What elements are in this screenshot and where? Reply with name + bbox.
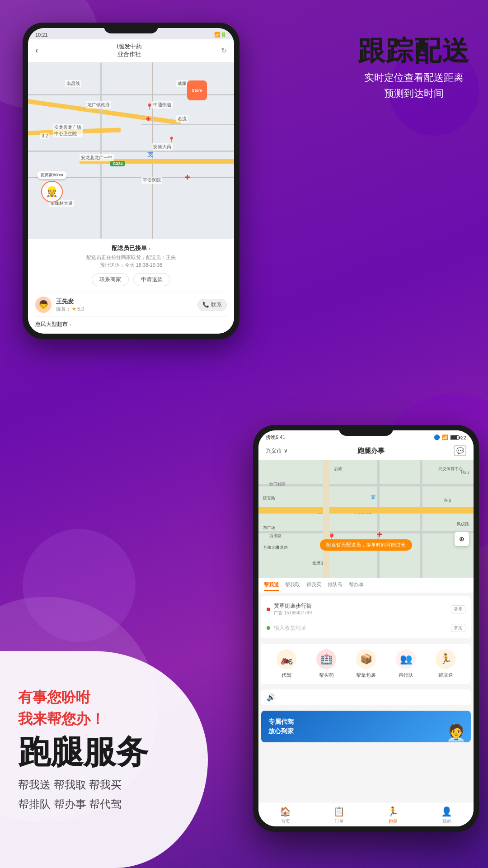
address-to-row[interactable]: 输入收货地址 常用 [267,621,465,635]
top-right-section: 跟踪配送 实时定位查看配送距离 预测到达时间 [358,36,470,101]
sub-title-line2: 预测到达时间 [358,85,470,101]
store-link[interactable]: 惠民大型超市 › [35,321,227,328]
phone2-map: 后湾 兴义体育中心 北门社区 桔山 延安路 北门 兴义大道 兴义 东广场 西湖路… [258,460,474,578]
store-name: 惠民大型超市 [35,321,68,328]
banner-line1: 专属代驾 [268,717,294,726]
tab-bangbansk[interactable]: 帮办事 [349,581,364,591]
location-button[interactable]: ⊕ [455,532,469,546]
p2-label-beimen: 北门社区 [269,481,286,487]
bottom-left-section: 有事您吩咐 我来帮您办！ 跑腿服务 帮我送 帮我取 帮我买 帮排队 帮办事 帮代… [18,686,148,814]
bg-decoration-5 [23,529,136,642]
store-label: Store [190,87,204,94]
store-marker: Store [187,80,207,100]
phone1-map: G324 龙广镇政府 安龙县龙广镇中心卫生院 中通快递 安龙县龙广一中 安康大药… [28,62,234,239]
road-thin-3 [28,151,234,152]
service-queue[interactable]: 👥 帮排队 [396,649,416,679]
contact-button[interactable]: 📞 联系 [197,299,227,311]
person-rating: 服务： ★ 5.0 [56,306,84,312]
service-express-label: 帮取送 [438,672,453,679]
audio-section[interactable]: 🔊 [261,689,471,705]
delivery-distance: 距商家800m [37,171,67,179]
map-pin-purple: 📍 [145,103,153,110]
tab-paihao[interactable]: 排队号 [328,581,343,591]
phone2-header: 兴义市 ∨ 跑腿办事 💬 [258,443,474,460]
phone1-refresh-button[interactable]: ↻ [221,46,227,55]
nav-order-label: 订单 [335,818,344,825]
services-section: 🏍️ 代驾 🏥 帮买药 📦 帮拿包裹 👥 帮排队 🏃 帮取送 [261,644,471,684]
service-label: 服务： [56,306,71,312]
p2-icon-pay: 支 [371,493,376,501]
bluetooth-icon: 🔵 [434,434,440,440]
map-pin-red: 📍 [168,137,175,143]
service-medicine-label: 帮买药 [319,672,334,679]
banner-section[interactable]: 专属代驾 放心到家 🧑‍💼 [261,711,471,742]
phone2-notch [339,430,393,436]
contact-merchant-btn[interactable]: 联系商家 [92,273,129,286]
tab-bangwomai[interactable]: 帮我买 [306,581,321,591]
address-from-row[interactable]: 黄草街道步行街 广告 15186407799 常用 [267,599,465,619]
location-text: 兴义市 [266,447,282,455]
p2-road-v2 [377,460,380,578]
road-badge-g324: G324 [110,161,125,166]
map-label-govt: 龙广镇政府 [86,101,111,108]
map-bg-color [258,460,474,578]
star-icon: ★ [72,306,76,312]
delivery-person-info: 👦 王先发 服务： ★ 5.0 [35,297,84,313]
address-from-info: 黄草街道步行街 广告 15186407799 [274,602,447,616]
tab-bangwosong[interactable]: 帮我送 [264,581,279,591]
errand-icon: 🏃 [387,806,399,817]
nav-mine[interactable]: 👤 我的 [441,806,452,825]
phone1-info-panel: 配送员已接单 › 配送员正在前往商家取货，配送员：王先 预计送达：今天 18:3… [28,239,234,334]
service-package-icon: 📦 [356,649,376,669]
service-express[interactable]: 🏃 帮取送 [436,649,455,679]
p2-label-xhu: 西湖路 [269,533,282,539]
service-medicine-icon: 🏥 [316,649,336,669]
battery-fill [451,436,457,439]
warning-bar: 附近暂无配送员，接单时间可能过长 [320,539,412,551]
map-icon-alipay: 支 [147,151,154,159]
main-title: 跟踪配送 [358,36,470,66]
person-avatar: 👦 [35,297,52,313]
service-desc-line1: 帮我送 帮我取 帮我买 [18,775,148,794]
tab-bangwoqu[interactable]: 帮我取 [285,581,300,591]
service-queue-label: 帮排队 [399,672,413,679]
phone1-back-button[interactable]: ‹ [35,46,38,55]
phone1-nav-title: l腿发中药 业合作社 [117,43,142,58]
phone-mockup-1: 10:21 📶🔋 ‹ l腿发中药 业合作社 ↻ G324 [23,23,239,339]
p2-road-thin2 [258,531,474,533]
tagline-line2: 我来帮您办！ [18,708,148,730]
service-daijia[interactable]: 🏍️ 代驾 [277,649,296,679]
person-name: 王先发 [56,297,84,306]
refund-btn[interactable]: 申请退款 [133,273,170,286]
nav-order[interactable]: 📋 订单 [333,806,345,825]
service-package[interactable]: 📦 帮拿包裹 [356,649,376,679]
nav-home[interactable]: 🏠 首页 [280,806,291,825]
map-label-chengjia: 成家 [176,80,188,87]
map-pin-medical1: ✚ [145,115,151,123]
delivery-status-chevron: › [149,245,150,252]
address-from-tag: 常用 [451,605,465,613]
phone2-location[interactable]: 兴义市 ∨ [266,447,288,455]
map-label-hospital1: 安龙县龙广镇中心卫生院 [53,124,83,137]
road-thin-2 [141,124,234,125]
p2-label-sports: 兴义体育中心 [438,466,463,472]
order-icon: 📋 [333,806,345,817]
delivery-person-avatar: 👷 [41,181,63,203]
p2-road-thin1 [258,484,474,486]
p2-label-qinglong: 青龙路 [276,545,288,551]
phone2-status-icons: 🔵 📶 22 [434,434,466,440]
map-label-express: 中通快递 [152,101,173,108]
service-express-icon: 🏃 [436,649,455,669]
nav-errand[interactable]: 🏃 跑腿 [387,806,399,825]
p2-road-v3 [420,460,422,578]
service-medicine[interactable]: 🏥 帮买药 [316,649,336,679]
p2-label-fengyi: 凤仪路 [457,521,469,527]
phone-icon: 📞 [202,302,209,308]
location-arrow: ∨ [284,448,288,454]
phone1-notch [104,28,158,33]
address-from-text: 黄草街道步行街 [274,602,447,610]
map-label-nanchang: 南昌线 [65,80,81,87]
battery-pct: 22 [461,435,466,440]
mine-icon: 👤 [441,806,452,817]
message-icon[interactable]: 💬 [454,445,466,456]
